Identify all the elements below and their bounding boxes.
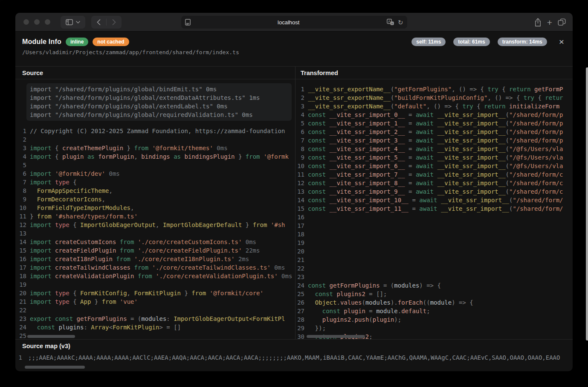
code-line: 9 FormDecoratorIcons, xyxy=(15,195,295,204)
code-line: 23export const getFormPlugins = (modules… xyxy=(15,314,295,323)
code-line: 18import createValidationPlugin from './… xyxy=(15,272,295,280)
module-file-path: /Users/vladimir/Projects/zammad/app/fron… xyxy=(22,49,566,55)
timing-badge-transform: transform: 14ms xyxy=(498,38,547,46)
page-vertical-scrollbar[interactable] xyxy=(586,67,588,340)
status-badge-not-cached: not cached xyxy=(93,38,129,46)
code-line: 11} from '#shared/types/form.ts' xyxy=(15,212,295,221)
code-line: 7const __vite_ssr_import_3__ = await __v… xyxy=(295,136,573,145)
code-line: 16 xyxy=(295,213,573,221)
import-timing-line: import "/shared/form/plugins/global/bind… xyxy=(30,85,288,93)
code-line: 22 xyxy=(15,306,295,314)
code-line: 10const __vite_ssr_import_6__ = await __… xyxy=(295,162,573,170)
code-line: 7import type { xyxy=(15,178,295,186)
transformed-code-view[interactable]: 1__vite_ssr_exportName__("getFormPlugins… xyxy=(295,80,573,339)
code-line: 3__vite_ssr_exportName__("default", () =… xyxy=(295,102,573,111)
module-info-header: Module Info inline not cached self: 11ms… xyxy=(15,32,573,66)
import-timing-line: import "/shared/form/plugins/global/exte… xyxy=(30,93,288,102)
import-timing-line: import "/shared/form/plugins/global/exte… xyxy=(30,102,288,111)
code-line: 16import createI18nPlugin from './core/c… xyxy=(15,255,295,263)
code-line: 22 xyxy=(295,264,573,273)
sourcemap-panel-title: Source map (v3) xyxy=(15,340,573,352)
code-line: 1// Copyright (C) 2012-2025 Zammad Found… xyxy=(15,127,295,135)
source-import-timings-block: import "/shared/form/plugins/global/bind… xyxy=(26,83,292,121)
svg-text:A: A xyxy=(388,19,391,23)
code-line: 2 xyxy=(15,135,295,144)
reload-icon[interactable]: ↻ xyxy=(398,19,403,26)
browser-window: localhost A a ↻ + xyxy=(15,13,573,371)
traffic-lights xyxy=(23,19,50,25)
tabs-overview-icon[interactable] xyxy=(558,18,566,26)
forward-button[interactable] xyxy=(107,16,122,29)
chevron-down-icon xyxy=(76,21,80,23)
code-line: 27 const plugin = module.default; xyxy=(295,307,573,315)
code-line: 14import createCustomIcons from './core/… xyxy=(15,238,295,246)
browser-toolbar: localhost A a ↻ + xyxy=(15,13,573,32)
code-line: 8const __vite_ssr_import_4__ = await __v… xyxy=(295,145,573,153)
code-line: 29 }); xyxy=(295,324,573,332)
code-line: 5const __vite_ssr_import_1__ = await __v… xyxy=(295,119,573,128)
nav-buttons xyxy=(91,16,122,29)
source-panel: Source import "/shared/form/plugins/glob… xyxy=(15,67,295,339)
translate-icon[interactable]: A a xyxy=(387,19,394,26)
code-line: 23 xyxy=(295,273,573,281)
status-badge-inline: inline xyxy=(66,38,88,46)
code-line: 28 plugins2.push(plugin); xyxy=(295,315,573,324)
close-icon[interactable]: × xyxy=(559,37,564,46)
code-line: 19 xyxy=(15,280,295,289)
new-tab-button[interactable]: + xyxy=(547,18,552,27)
reader-icon[interactable] xyxy=(185,19,191,26)
svg-text:a: a xyxy=(391,22,393,25)
transformed-panel: Transformed 1__vite_ssr_exportName__("ge… xyxy=(295,67,573,339)
share-icon[interactable] xyxy=(534,18,542,27)
code-line: 15const __vite_ssr_import_11__ = await _… xyxy=(295,204,573,213)
code-line: 19 xyxy=(295,239,573,247)
code-line: 3import { createThemePlugin } from '@for… xyxy=(15,144,295,152)
code-line: 26 Object.values(modules).forEach((modul… xyxy=(295,298,573,307)
code-line: 9const __vite_ssr_import_5__ = await __v… xyxy=(295,153,573,162)
transformed-panel-title: Transformed xyxy=(295,67,573,79)
address-bar[interactable]: localhost A a ↻ xyxy=(181,16,407,29)
code-line: 2__vite_ssr_exportName__("buildFormKitPl… xyxy=(295,93,573,102)
code-line: 17 xyxy=(295,221,573,230)
url-text: localhost xyxy=(191,19,387,26)
page-title: Module Info xyxy=(22,38,61,46)
code-line: 20import type { FormKitConfig, FormKitPl… xyxy=(15,289,295,297)
code-line: 20 xyxy=(295,247,573,256)
code-line: 13const __vite_ssr_import_9__ = await __… xyxy=(295,187,573,196)
code-line: 12import type { ImportGlobEagerOutput, I… xyxy=(15,221,295,229)
sourcemap-panel: Source map (v3) 1;;;AAEA;AAAkC;AAAA;AAAA… xyxy=(15,339,573,371)
back-button[interactable] xyxy=(91,16,106,29)
code-line: 25 const plugins2 = []; xyxy=(295,290,573,298)
close-window-icon[interactable] xyxy=(23,19,29,25)
code-line: 8 FormAppSpecificTheme, xyxy=(15,186,295,195)
source-code-view[interactable]: import "/shared/form/plugins/global/bind… xyxy=(15,80,295,339)
code-line: 14const __vite_ssr_import_10__ = await _… xyxy=(295,196,573,204)
code-line: 24 const plugins: Array<FormKitPlugin> =… xyxy=(15,323,295,332)
code-line: 21import type { App } from 'vue' xyxy=(15,297,295,306)
sourcemap-code-view[interactable]: 1;;;AAEA;AAAkC;AAAA;AAAA;AAAA;AAClC;AAEA… xyxy=(15,353,573,371)
code-line: 6import '@formkit/dev' 0ms xyxy=(15,169,295,178)
source-horizontal-scrollbar[interactable] xyxy=(27,335,75,338)
code-line: 11const __vite_ssr_import_7__ = await __… xyxy=(295,170,573,179)
code-line: 5 xyxy=(15,161,295,169)
import-timing-line: import "/shared/form/plugins/global/requ… xyxy=(30,111,288,119)
sourcemap-horizontal-scrollbar[interactable] xyxy=(25,366,85,369)
code-line: 24const getFormPlugins = (modules) => { xyxy=(295,281,573,290)
code-line: 10 FormFieldTypeImportModules, xyxy=(15,204,295,212)
code-line: 4const __vite_ssr_import_0__ = await __v… xyxy=(295,111,573,119)
sidebar-toggle-button[interactable] xyxy=(61,16,85,29)
transformed-horizontal-scrollbar[interactable] xyxy=(307,335,365,338)
code-line: 1__vite_ssr_exportName__("getFormPlugins… xyxy=(295,85,573,93)
code-line: 13 xyxy=(15,229,295,238)
code-panels: Source import "/shared/form/plugins/glob… xyxy=(15,66,573,339)
code-line: 17import createTailwindClasses from './c… xyxy=(15,263,295,272)
code-line: 4import { plugin as formPlugin, bindings… xyxy=(15,152,295,161)
timing-badge-self: self: 11ms xyxy=(411,38,446,46)
sidebar-icon xyxy=(66,19,73,25)
zoom-window-icon[interactable] xyxy=(45,19,50,25)
minimize-window-icon[interactable] xyxy=(34,19,40,25)
code-line: 15import createFieldPlugin from './core/… xyxy=(15,246,295,255)
code-line: 1;;;AAEA;AAAkC;AAAA;AAAA;AAAA;AAClC;AAEA… xyxy=(15,353,573,362)
code-line: 21 xyxy=(295,256,573,264)
timing-badge-total: total: 61ms xyxy=(453,38,490,46)
